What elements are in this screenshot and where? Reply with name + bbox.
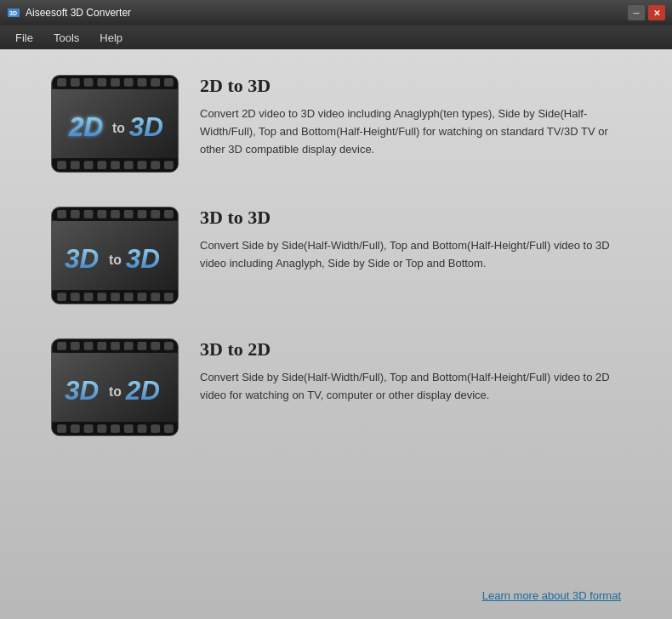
svg-rect-61 <box>111 342 120 350</box>
option-2d-to-3d[interactable]: 2D to 3D 2D to 3D Convert 2D video to 3D… <box>51 75 621 173</box>
svg-text:3D: 3D <box>126 244 160 274</box>
menu-bar: File Tools Help <box>0 26 672 49</box>
svg-rect-32 <box>71 210 80 219</box>
svg-rect-76 <box>164 424 174 433</box>
option-3d-to-2d[interactable]: 3D to 2D 3D to 2D Convert Side by Side(H… <box>51 338 621 436</box>
svg-rect-34 <box>97 210 106 219</box>
svg-rect-65 <box>164 342 174 350</box>
svg-text:3D: 3D <box>9 10 17 16</box>
title-bar-controls: ─ ✕ <box>628 5 665 20</box>
film-svg-2d3d: 2D to 3D <box>52 76 178 172</box>
svg-rect-58 <box>71 342 80 350</box>
svg-rect-68 <box>57 424 66 433</box>
option-3d-to-3d-desc: Convert Side by Side(Half-Width/Full), T… <box>200 237 621 273</box>
menu-tools[interactable]: Tools <box>45 30 88 46</box>
menu-file[interactable]: File <box>7 30 42 46</box>
svg-rect-48 <box>138 292 147 301</box>
svg-text:3D: 3D <box>65 244 99 274</box>
svg-rect-49 <box>151 292 160 301</box>
svg-rect-64 <box>151 342 160 350</box>
svg-rect-47 <box>124 292 134 301</box>
learn-more-link[interactable]: Learn more about 3D format <box>482 589 621 602</box>
svg-rect-71 <box>97 424 106 433</box>
svg-rect-22 <box>138 161 147 169</box>
option-3d-to-2d-desc: Convert Side by Side(Half-Width/Full), T… <box>200 369 621 405</box>
svg-rect-5 <box>57 78 66 87</box>
film-icon-3d-to-3d: 3D to 3D <box>51 207 179 304</box>
svg-rect-11 <box>138 78 147 87</box>
svg-rect-70 <box>84 424 94 433</box>
svg-rect-43 <box>71 292 80 301</box>
svg-rect-60 <box>97 342 106 350</box>
option-3d-to-2d-info: 3D to 2D Convert Side by Side(Half-Width… <box>200 338 621 405</box>
option-3d-to-2d-title: 3D to 2D <box>200 338 621 361</box>
main-content: 2D to 3D 2D to 3D Convert 2D video to 3D… <box>0 49 672 619</box>
svg-rect-42 <box>57 292 66 301</box>
svg-rect-45 <box>97 292 106 301</box>
option-3d-to-3d[interactable]: 3D to 3D 3D to 3D Convert Side by Side(H… <box>51 207 621 304</box>
window-title: Aiseesoft 3D Converter <box>26 7 131 19</box>
svg-rect-12 <box>151 78 160 87</box>
option-2d-to-3d-title: 2D to 3D <box>200 75 621 97</box>
film-icon-3d-to-2d: 3D to 2D <box>51 338 179 436</box>
film-icon-2d-to-3d: 2D to 3D <box>51 75 179 173</box>
svg-rect-57 <box>57 342 66 350</box>
svg-rect-38 <box>151 210 160 219</box>
option-2d-to-3d-desc: Convert 2D video to 3D video including A… <box>200 105 621 158</box>
close-button[interactable]: ✕ <box>648 5 665 20</box>
svg-rect-72 <box>111 424 120 433</box>
svg-rect-21 <box>124 161 134 169</box>
svg-rect-19 <box>97 161 106 169</box>
svg-text:to: to <box>109 384 122 399</box>
svg-text:3D: 3D <box>129 112 163 142</box>
svg-rect-13 <box>164 78 174 87</box>
svg-rect-16 <box>57 161 66 169</box>
minimize-button[interactable]: ─ <box>628 5 645 20</box>
menu-help[interactable]: Help <box>91 30 131 46</box>
svg-text:2D: 2D <box>68 112 103 142</box>
svg-rect-63 <box>138 342 147 350</box>
svg-rect-20 <box>111 161 120 169</box>
option-3d-to-3d-title: 3D to 3D <box>200 207 621 229</box>
svg-rect-35 <box>111 210 120 219</box>
svg-rect-75 <box>151 424 160 433</box>
title-bar-left: 3D Aiseesoft 3D Converter <box>7 6 131 20</box>
app-icon: 3D <box>7 6 20 20</box>
svg-rect-9 <box>111 78 120 87</box>
svg-text:to: to <box>109 253 122 267</box>
svg-rect-73 <box>124 424 134 433</box>
option-2d-to-3d-info: 2D to 3D Convert 2D video to 3D video in… <box>200 75 621 158</box>
svg-rect-24 <box>164 161 174 169</box>
svg-rect-17 <box>71 161 80 169</box>
svg-rect-62 <box>124 342 134 350</box>
svg-rect-39 <box>164 210 174 219</box>
svg-rect-7 <box>84 78 94 87</box>
film-svg-3d3d: 3D to 3D <box>52 207 178 304</box>
svg-rect-6 <box>71 78 80 87</box>
svg-rect-10 <box>124 78 134 87</box>
svg-rect-59 <box>84 342 94 350</box>
svg-rect-36 <box>124 210 134 219</box>
svg-rect-74 <box>138 424 147 433</box>
svg-rect-69 <box>71 424 80 433</box>
title-bar: 3D Aiseesoft 3D Converter ─ ✕ <box>0 0 672 26</box>
svg-rect-33 <box>84 210 94 219</box>
svg-rect-44 <box>84 292 94 301</box>
svg-text:3D: 3D <box>65 376 99 406</box>
svg-text:2D: 2D <box>125 376 160 406</box>
svg-rect-18 <box>84 161 94 169</box>
svg-rect-31 <box>57 210 66 219</box>
svg-rect-8 <box>97 78 106 87</box>
svg-text:to: to <box>112 121 125 135</box>
svg-rect-46 <box>111 292 120 301</box>
svg-rect-23 <box>151 161 160 169</box>
svg-rect-37 <box>138 210 147 219</box>
svg-rect-50 <box>164 292 174 301</box>
option-3d-to-3d-info: 3D to 3D Convert Side by Side(Half-Width… <box>200 207 621 273</box>
film-svg-3d2d: 3D to 2D <box>52 339 178 435</box>
